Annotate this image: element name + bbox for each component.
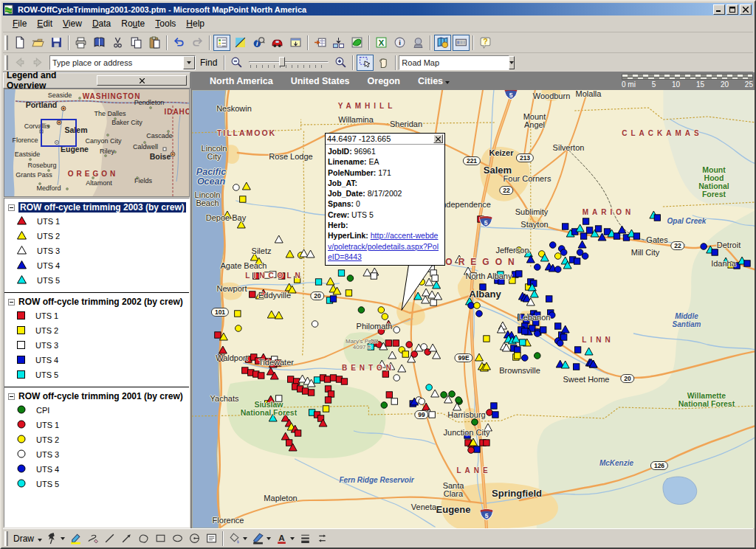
menu-tools[interactable]: Tools xyxy=(150,16,181,31)
toolbar-grip[interactable] xyxy=(4,35,8,50)
toolbar-grip[interactable] xyxy=(4,55,8,70)
map-marker[interactable] xyxy=(456,397,462,404)
map-marker[interactable] xyxy=(287,376,293,382)
map-marker[interactable] xyxy=(341,379,347,384)
map-marker[interactable] xyxy=(491,403,497,409)
map-style-value[interactable] xyxy=(399,56,509,69)
map-style-dropdown[interactable] xyxy=(509,56,515,69)
map-marker[interactable] xyxy=(534,353,540,359)
map-marker[interactable] xyxy=(394,327,400,334)
map-marker[interactable] xyxy=(540,327,546,333)
new-button[interactable] xyxy=(11,35,28,51)
map-marker[interactable] xyxy=(580,233,586,239)
map-marker[interactable] xyxy=(582,253,588,260)
legend-group-header[interactable]: ROW off-cycle trimming 2001 (by crew) xyxy=(7,391,186,401)
pushpin-button[interactable] xyxy=(44,531,66,547)
map-marker[interactable] xyxy=(315,279,321,285)
menu-route[interactable]: Route xyxy=(116,16,150,31)
map-marker[interactable] xyxy=(554,266,561,273)
copy-button[interactable] xyxy=(128,35,145,51)
map-settings-button[interactable] xyxy=(434,35,451,51)
map-marker[interactable] xyxy=(347,275,354,282)
zoom-slider[interactable] xyxy=(249,55,329,70)
map-marker[interactable] xyxy=(314,377,320,383)
map-marker[interactable] xyxy=(295,430,300,436)
route-window-button[interactable] xyxy=(287,35,304,51)
maximize-button[interactable] xyxy=(726,4,738,15)
breadcrumb-cities[interactable]: Cities xyxy=(418,76,450,86)
map-marker[interactable] xyxy=(441,392,447,398)
back-button[interactable] xyxy=(11,55,28,71)
radius-button[interactable] xyxy=(187,531,202,547)
map-marker[interactable] xyxy=(474,446,480,452)
map-marker[interactable] xyxy=(308,390,314,396)
popup-close-button[interactable] xyxy=(433,134,443,143)
freeform-button[interactable] xyxy=(136,531,151,547)
map-marker[interactable] xyxy=(328,391,334,397)
map-marker[interactable] xyxy=(426,384,433,391)
map-marker[interactable] xyxy=(573,364,579,370)
map-marker[interactable] xyxy=(520,339,526,345)
link-data-button[interactable] xyxy=(330,35,347,51)
collapse-icon[interactable] xyxy=(8,299,15,305)
map-marker[interactable] xyxy=(549,242,556,249)
map-marker[interactable] xyxy=(432,275,438,281)
pan-tool-button[interactable] xyxy=(375,55,392,71)
dropdown-caret[interactable] xyxy=(243,537,247,540)
forward-button[interactable] xyxy=(30,55,47,71)
map-marker[interactable] xyxy=(449,391,456,398)
legend-group-header[interactable]: ROW off-cycle trimming 2003 (by crew) xyxy=(7,202,186,213)
map-marker[interactable] xyxy=(614,233,619,239)
scribble-button[interactable] xyxy=(85,531,100,547)
toolbar-grip[interactable] xyxy=(4,531,8,546)
map-marker[interactable] xyxy=(381,402,388,409)
line-weight-button[interactable] xyxy=(298,531,313,547)
overview-map[interactable]: SeasideWASHINGTONPortlandPendletonThe Da… xyxy=(4,89,190,197)
map-marker[interactable] xyxy=(358,307,365,314)
map-marker[interactable] xyxy=(378,307,385,314)
territories-button[interactable] xyxy=(348,35,365,51)
map-marker[interactable] xyxy=(406,342,413,348)
map-marker[interactable] xyxy=(516,271,522,277)
breadcrumb-oregon[interactable]: Oregon xyxy=(368,76,400,86)
map-marker[interactable] xyxy=(487,410,493,416)
menu-edit[interactable]: Edit xyxy=(32,16,58,31)
map-view[interactable]: NeskowinYAMHILLWillaminaSheridanTILLAMOO… xyxy=(192,90,756,528)
legend-group-header[interactable]: ROW off-cycle trimming 2002 (by crew) xyxy=(7,297,186,307)
map-marker[interactable] xyxy=(472,419,478,426)
map-marker[interactable] xyxy=(394,375,400,381)
map-marker[interactable] xyxy=(522,328,528,334)
publish-button[interactable] xyxy=(91,35,108,51)
find-button[interactable]: Find xyxy=(196,56,221,69)
map-marker[interactable] xyxy=(258,373,264,379)
map-marker[interactable] xyxy=(330,296,336,302)
map-marker[interactable] xyxy=(546,296,552,302)
line-color-button[interactable] xyxy=(250,531,272,547)
map-marker[interactable] xyxy=(215,332,221,338)
map-marker[interactable] xyxy=(574,347,580,353)
map-marker[interactable] xyxy=(235,311,241,317)
import-data-button[interactable] xyxy=(312,35,329,51)
menu-help[interactable]: Help xyxy=(181,16,210,31)
line-button[interactable] xyxy=(102,531,117,547)
map-marker[interactable] xyxy=(515,353,520,359)
map-marker[interactable] xyxy=(330,375,336,381)
font-color-button[interactable]: A xyxy=(274,531,296,547)
zoom-slider-thumb[interactable] xyxy=(279,57,285,66)
map-marker[interactable] xyxy=(346,290,351,296)
map-marker[interactable] xyxy=(744,260,750,266)
map-marker[interactable] xyxy=(242,367,248,373)
map-marker[interactable] xyxy=(382,371,388,377)
redo-button[interactable] xyxy=(189,35,206,51)
fill-color-button[interactable] xyxy=(227,531,249,547)
driving-directions-button[interactable] xyxy=(269,35,286,51)
map-marker[interactable] xyxy=(557,340,563,347)
menu-file[interactable]: File xyxy=(7,16,32,31)
map-marker[interactable] xyxy=(484,336,489,342)
map-marker[interactable] xyxy=(468,447,475,454)
textbox-button[interactable] xyxy=(204,531,219,547)
collapse-icon[interactable] xyxy=(8,393,15,400)
map-marker[interactable] xyxy=(393,340,399,346)
map-marker[interactable] xyxy=(654,215,660,221)
paste-button[interactable] xyxy=(146,35,163,51)
